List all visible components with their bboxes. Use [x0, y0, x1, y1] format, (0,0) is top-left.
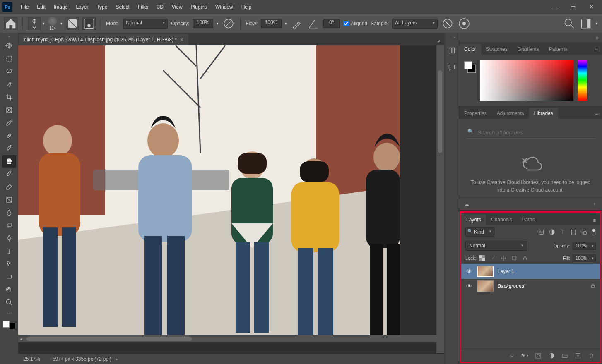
home-button[interactable]	[4, 17, 17, 30]
filter-shape-icon[interactable]	[570, 229, 577, 235]
blur-tool[interactable]	[2, 206, 16, 219]
layer-row-layer1[interactable]: 👁 Layer 1	[461, 264, 600, 279]
move-tool[interactable]	[2, 40, 16, 52]
canvas[interactable]: ◂	[18, 46, 444, 353]
hand-tool[interactable]	[2, 283, 16, 296]
filter-adjustment-icon[interactable]	[549, 229, 555, 235]
brush-preview[interactable]	[48, 17, 57, 26]
clone-stamp-tool[interactable]	[2, 155, 16, 168]
zoom-readout[interactable]: 25.17%	[23, 356, 40, 362]
tab-gradients[interactable]: Gradients	[513, 44, 544, 55]
layer-name[interactable]: Background	[498, 283, 524, 289]
new-group-icon[interactable]	[561, 352, 568, 359]
libraries-search-input[interactable]	[466, 127, 595, 139]
pen-tool[interactable]	[2, 232, 16, 244]
filter-toggle-icon[interactable]	[592, 229, 596, 235]
add-library-icon[interactable]: ＋	[592, 201, 597, 208]
fg-bg-swatch[interactable]	[464, 61, 476, 73]
tab-color[interactable]: Color	[459, 44, 481, 55]
tab-properties[interactable]: Properties	[459, 108, 492, 119]
tab-swatches[interactable]: Swatches	[481, 44, 513, 55]
collapse-panels-icon[interactable]: »	[459, 33, 602, 42]
foreground-color[interactable]	[3, 321, 10, 328]
sample-select[interactable]: All Layers	[392, 19, 438, 29]
eraser-tool[interactable]	[2, 181, 16, 193]
document-tab[interactable]: eliott-reyna-jCEpN62oWL4-unsplash.jpg @ …	[19, 34, 188, 46]
workspace-icon[interactable]	[579, 17, 592, 30]
lock-artboard-icon[interactable]	[511, 255, 518, 261]
brush-tool[interactable]	[2, 142, 16, 155]
crop-tool[interactable]	[2, 91, 16, 103]
angle-input[interactable]: 0°	[323, 19, 340, 28]
visibility-toggle[interactable]: 👁	[465, 268, 473, 275]
menu-file[interactable]: File	[17, 2, 33, 12]
filter-type-icon[interactable]	[559, 229, 566, 235]
delete-layer-icon[interactable]	[588, 352, 595, 359]
pressure-size-icon[interactable]	[458, 17, 471, 30]
menu-window[interactable]: Window	[211, 2, 237, 12]
menu-layer[interactable]: Layer	[72, 2, 92, 12]
type-tool[interactable]	[2, 245, 16, 257]
lock-transparency-icon[interactable]	[479, 255, 485, 261]
menu-plugins[interactable]: Plugins	[187, 2, 211, 12]
expand-strip-icon[interactable]: «	[453, 36, 455, 39]
new-layer-icon[interactable]	[574, 352, 582, 359]
lock-all-icon[interactable]	[522, 255, 528, 261]
close-button[interactable]: ✕	[586, 3, 596, 11]
collapse-doc-icon[interactable]: »	[434, 36, 444, 46]
color-field[interactable]	[480, 60, 573, 101]
status-arrow-icon[interactable]: ▸	[116, 356, 118, 362]
aligned-check-input[interactable]	[343, 21, 349, 26]
menu-type[interactable]: Type	[92, 2, 111, 12]
menu-edit[interactable]: Edit	[33, 2, 50, 12]
zoom-tool[interactable]	[2, 296, 16, 309]
flow-input[interactable]: 100%	[261, 19, 282, 28]
tool-preset-picker[interactable]	[28, 17, 41, 30]
quick-select-tool[interactable]	[2, 78, 16, 91]
filter-pixel-icon[interactable]	[538, 229, 544, 235]
healing-tool[interactable]	[2, 129, 16, 142]
pressure-opacity-icon[interactable]	[222, 17, 235, 30]
tab-adjustments[interactable]: Adjustments	[492, 108, 529, 119]
vertical-scrollbar[interactable]	[438, 70, 442, 153]
layer-fill-input[interactable]: 100%	[573, 254, 596, 262]
visibility-toggle[interactable]: 👁	[465, 283, 473, 290]
lock-icon[interactable]	[590, 283, 596, 290]
lasso-tool[interactable]	[2, 65, 16, 78]
dodge-tool[interactable]	[2, 219, 16, 232]
menu-view[interactable]: View	[168, 2, 187, 12]
airbrush-icon[interactable]	[290, 17, 303, 30]
tab-layers[interactable]: Layers	[461, 214, 486, 225]
minimize-button[interactable]: —	[550, 3, 560, 11]
marquee-tool[interactable]	[2, 53, 16, 65]
tab-paths[interactable]: Paths	[517, 214, 540, 225]
link-layers-icon[interactable]	[508, 352, 515, 359]
libraries-panel-menu-icon[interactable]: ≡	[591, 110, 602, 119]
history-panel-icon[interactable]	[447, 46, 457, 55]
horizontal-scrollbar-track[interactable]: ◂	[18, 335, 436, 342]
menu-filter[interactable]: Filter	[134, 2, 153, 12]
background-color[interactable]	[9, 323, 15, 329]
close-tab-icon[interactable]: ×	[180, 36, 183, 43]
layer-opacity-input[interactable]: 100%	[573, 242, 596, 250]
menu-image[interactable]: Image	[50, 2, 72, 12]
layer-thumbnail[interactable]	[477, 266, 494, 277]
layers-panel-menu-icon[interactable]: ≡	[589, 216, 600, 225]
filter-smart-icon[interactable]	[581, 229, 588, 235]
mode-select[interactable]: Normal	[123, 19, 168, 29]
layer-fx-icon[interactable]: fx▾	[521, 352, 529, 359]
eyedropper-tool[interactable]	[2, 117, 16, 129]
layer-filter-kind[interactable]: Kind	[465, 228, 494, 237]
tab-channels[interactable]: Channels	[486, 214, 517, 225]
tab-libraries[interactable]: Libraries	[529, 108, 558, 119]
lock-pixels-icon[interactable]	[489, 255, 496, 261]
layer-name[interactable]: Layer 1	[498, 268, 514, 274]
rectangle-tool[interactable]	[2, 271, 16, 283]
add-adjustment-icon[interactable]	[548, 352, 555, 359]
menu-help[interactable]: Help	[237, 2, 256, 12]
color-swatch-tool[interactable]	[3, 321, 15, 329]
collapse-toolbar-icon[interactable]: »	[8, 35, 10, 38]
tool-more-icon[interactable]: ⋯	[6, 310, 12, 316]
angle-icon[interactable]	[307, 17, 320, 30]
history-brush-tool[interactable]	[2, 168, 16, 180]
